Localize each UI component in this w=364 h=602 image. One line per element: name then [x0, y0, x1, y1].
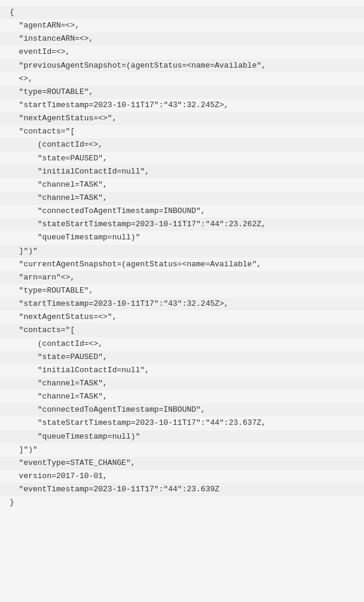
line-text: "channel=TASK",	[0, 378, 117, 390]
line-text: "channel=TASK",	[0, 192, 117, 204]
code-line: <>,	[0, 72, 364, 86]
line-text: {	[0, 7, 24, 19]
line-text: eventId=<>,	[0, 46, 79, 58]
code-line: "stateStartTimestamp=2023-10-11T17":"44"…	[0, 218, 364, 231]
code-line: version=2017-10-01,	[0, 470, 364, 483]
code-line: "connectedToAgentTimestamp=INBOUND",	[0, 205, 364, 218]
code-line: "instanceARN=<>,	[0, 32, 364, 45]
code-line: }	[0, 496, 364, 509]
code-line: "type=ROUTABLE",	[0, 86, 364, 99]
line-text: "queueTimestamp=null)"	[0, 232, 149, 244]
code-line: "currentAgentSnapshot=(agentStatus=<name…	[0, 258, 364, 271]
line-text: "nextAgentStatus=<>",	[0, 113, 126, 124]
code-line: "eventType=STATE_CHANGE",	[0, 457, 364, 470]
code-viewer: { "agentARN=<>, "instanceARN=<>, eventId…	[0, 0, 364, 602]
code-line: "initialContactId=null",	[0, 165, 364, 178]
line-text: "connectedToAgentTimestamp=INBOUND",	[0, 404, 215, 416]
code-line: "channel=TASK",	[0, 178, 364, 191]
code-line: "initialContactId=null",	[0, 364, 364, 377]
line-text: "startTimestamp=2023-10-11T17":"43":32.2…	[0, 99, 238, 111]
code-line: "nextAgentStatus=<>",	[0, 112, 364, 125]
line-text: "state=PAUSED",	[0, 153, 117, 165]
code-line: ]")"	[0, 245, 364, 258]
line-text: "connectedToAgentTimestamp=INBOUND",	[0, 205, 215, 217]
line-text: (contactId=<>,	[0, 139, 112, 151]
code-line: "startTimestamp=2023-10-11T17":"43":32.2…	[0, 297, 364, 311]
line-text: "channel=TASK",	[0, 391, 117, 403]
line-text: "contacts="[	[0, 324, 84, 336]
code-line: "channel=TASK",	[0, 377, 364, 390]
code-line: "state=PAUSED",	[0, 152, 364, 165]
line-text: version=2017-10-01,	[0, 470, 117, 482]
line-text: "instanceARN=<>,	[0, 33, 103, 45]
code-line: "queueTimestamp=null)"	[0, 430, 364, 443]
code-line: "stateStartTimestamp=2023-10-11T17":"44"…	[0, 416, 364, 430]
code-line: "type=ROUTABLE",	[0, 284, 364, 297]
code-line: "channel=TASK",	[0, 191, 364, 205]
code-line: ]")"	[0, 443, 364, 457]
line-text: "currentAgentSnapshot=(agentStatus=<name…	[0, 259, 271, 270]
line-text: <>,	[0, 73, 42, 85]
code-line: "agentARN=<>,	[0, 19, 364, 32]
code-line: "connectedToAgentTimestamp=INBOUND",	[0, 403, 364, 416]
line-text: "nextAgentStatus=<>",	[0, 311, 126, 323]
line-text: "type=ROUTABLE",	[0, 86, 103, 98]
line-text: "eventType=STATE_CHANGE",	[0, 457, 145, 469]
code-line: (contactId=<>,	[0, 338, 364, 351]
code-line: "state=PAUSED",	[0, 351, 364, 364]
line-text: ]")"	[0, 444, 47, 456]
line-text: (contactId=<>,	[0, 338, 112, 350]
line-text: }	[0, 497, 24, 509]
code-line: "channel=TASK",	[0, 390, 364, 403]
line-text: "state=PAUSED",	[0, 351, 117, 363]
code-line: "arn=arn"<>,	[0, 271, 364, 284]
code-line: "eventTimestamp=2023-10-11T17":"44":23.6…	[0, 483, 364, 496]
line-text: "startTimestamp=2023-10-11T17":"43":32.2…	[0, 298, 238, 310]
code-line: "queueTimestamp=null)"	[0, 231, 364, 244]
line-text: "previousAgentSnapshot=(agentStatus=<nam…	[0, 60, 276, 72]
line-text: "eventTimestamp=2023-10-11T17":"44":23.6…	[0, 484, 229, 495]
line-text: "stateStartTimestamp=2023-10-11T17":"44"…	[0, 218, 276, 230]
line-text: ]")"	[0, 245, 47, 257]
line-text: "agentARN=<>,	[0, 20, 89, 32]
line-text: "initialContactId=null",	[0, 364, 159, 376]
code-line: "contacts="[	[0, 125, 364, 138]
code-line: "contacts="[	[0, 324, 364, 337]
line-text: "stateStartTimestamp=2023-10-11T17":"44"…	[0, 417, 276, 429]
line-text: "arn=arn"<>,	[0, 272, 84, 284]
code-line: "previousAgentSnapshot=(agentStatus=<nam…	[0, 59, 364, 72]
code-line: eventId=<>,	[0, 45, 364, 59]
code-line: "nextAgentStatus=<>",	[0, 311, 364, 324]
line-text: "type=ROUTABLE",	[0, 285, 103, 297]
line-text: "contacts="[	[0, 126, 84, 138]
code-line: {	[0, 6, 364, 19]
line-text: "queueTimestamp=null)"	[0, 431, 149, 443]
line-text: "channel=TASK",	[0, 179, 117, 191]
code-line: "startTimestamp=2023-10-11T17":"43":32.2…	[0, 99, 364, 112]
line-text: "initialContactId=null",	[0, 166, 159, 178]
code-line: (contactId=<>,	[0, 138, 364, 151]
